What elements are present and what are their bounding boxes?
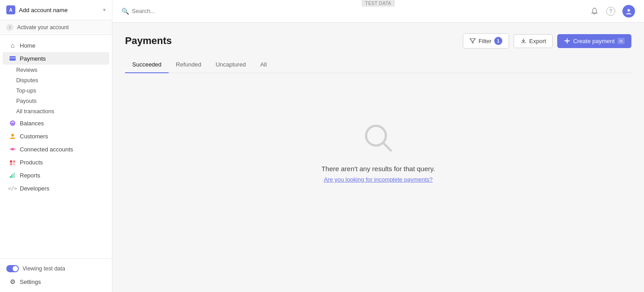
sidebar-item-all-transactions[interactable]: All transactions	[16, 106, 109, 116]
test-data-badge: TEST DATA	[362, 0, 395, 7]
account-switcher[interactable]: A Add account name ▾	[0, 0, 112, 20]
topups-label: Top-ups	[16, 88, 36, 94]
notifications-icon[interactable]	[590, 7, 599, 16]
all-transactions-label: All transactions	[16, 108, 54, 115]
toggle-knob	[13, 266, 18, 271]
tab-succeeded-label: Succeeded	[132, 61, 161, 68]
activate-icon: !	[6, 24, 13, 31]
filter-button[interactable]: Filter 1	[463, 33, 509, 49]
payouts-label: Payouts	[16, 98, 36, 104]
page-actions: Filter 1 Export Create payment n	[463, 33, 631, 49]
svg-point-6	[14, 148, 16, 150]
sidebar-item-reviews[interactable]: Reviews	[16, 65, 109, 75]
settings-icon: ⚙	[9, 278, 16, 285]
svg-rect-10	[10, 163, 12, 165]
search-icon: 🔍	[121, 8, 129, 15]
viewing-test-label: Viewing test data	[22, 265, 65, 272]
activate-label: Activate your account	[17, 24, 69, 31]
svg-rect-11	[13, 163, 15, 165]
export-icon	[520, 38, 527, 44]
sidebar-item-connected-accounts[interactable]: Connected accounts	[3, 143, 109, 155]
svg-point-16	[627, 9, 630, 12]
sidebar-nav: ⌂ Home Payments Reviews Disputes Top-ups	[0, 35, 112, 258]
svg-rect-14	[13, 173, 13, 178]
sidebar-item-customers[interactable]: Customers	[3, 130, 109, 142]
svg-rect-8	[10, 160, 12, 163]
sidebar-item-reports-label: Reports	[20, 172, 40, 179]
sidebar-item-settings[interactable]: ⚙ Settings	[3, 275, 109, 288]
sidebar-item-settings-label: Settings	[20, 279, 41, 285]
sidebar: A Add account name ▾ ! Activate your acc…	[0, 0, 112, 292]
account-name: Add account name	[19, 7, 99, 13]
developers-icon: </>	[9, 185, 16, 192]
tab-succeeded[interactable]: Succeeded	[125, 58, 169, 73]
tabs: Succeeded Refunded Uncaptured All	[125, 58, 631, 73]
avatar[interactable]	[622, 5, 635, 18]
sidebar-item-reports[interactable]: Reports	[3, 169, 109, 181]
sidebar-item-topups[interactable]: Top-ups	[16, 86, 109, 96]
search-input[interactable]	[132, 8, 279, 14]
home-icon: ⌂	[9, 42, 16, 49]
payments-sub-nav: Reviews Disputes Top-ups Payouts All tra…	[0, 65, 112, 116]
sidebar-item-home-label: Home	[20, 42, 36, 49]
empty-search-icon	[360, 120, 396, 156]
tab-uncaptured[interactable]: Uncaptured	[208, 58, 253, 73]
help-icon[interactable]: ?	[606, 7, 615, 16]
sidebar-item-customers-label: Customers	[20, 133, 48, 140]
sidebar-bottom: Viewing test data ⚙ Settings	[0, 258, 112, 292]
sidebar-item-connected-accounts-label: Connected accounts	[20, 146, 73, 153]
chevron-down-icon: ▾	[103, 7, 106, 13]
balances-icon	[9, 119, 16, 127]
page-title: Payments	[125, 35, 172, 47]
sidebar-item-payments[interactable]: Payments	[3, 52, 109, 65]
svg-line-18	[384, 143, 391, 150]
sidebar-item-balances-label: Balances	[20, 120, 44, 127]
create-payment-button[interactable]: Create payment n	[557, 34, 631, 48]
sidebar-item-developers-label: Developers	[20, 185, 49, 192]
svg-point-5	[9, 148, 11, 150]
test-data-toggle-switch[interactable]	[6, 265, 19, 272]
svg-point-3	[11, 134, 14, 137]
page-content: Payments Filter 1 Export	[112, 22, 644, 292]
tab-all-label: All	[260, 61, 267, 68]
disputes-label: Disputes	[16, 77, 38, 84]
export-button[interactable]: Export	[514, 34, 553, 48]
svg-rect-1	[9, 58, 16, 58]
activate-account-item[interactable]: ! Activate your account	[0, 20, 112, 35]
sidebar-item-products-label: Products	[20, 159, 43, 166]
sidebar-item-developers[interactable]: </> Developers	[3, 182, 109, 195]
tab-refunded[interactable]: Refunded	[169, 58, 208, 73]
sidebar-item-balances[interactable]: Balances	[3, 117, 109, 129]
topbar: TEST DATA 🔍 ?	[112, 0, 644, 22]
customers-icon	[9, 133, 16, 140]
svg-point-2	[10, 120, 15, 126]
connected-accounts-icon	[9, 146, 16, 153]
main-content: TEST DATA 🔍 ? Payments	[112, 0, 644, 292]
payments-icon	[9, 55, 16, 62]
empty-state: There aren't any results for that query.…	[125, 84, 631, 219]
filter-count-badge: 1	[494, 37, 502, 45]
sidebar-item-products[interactable]: Products	[3, 156, 109, 168]
topbar-actions: ?	[590, 5, 635, 18]
account-icon: A	[6, 5, 15, 14]
sidebar-item-home[interactable]: ⌂ Home	[3, 39, 109, 52]
svg-rect-9	[13, 160, 15, 163]
tab-all[interactable]: All	[253, 58, 274, 73]
incomplete-payments-link[interactable]: Are you looking for incomplete payments?	[324, 176, 433, 183]
filter-label: Filter	[479, 38, 492, 44]
viewing-test-data-toggle[interactable]: Viewing test data	[0, 262, 112, 275]
create-payment-shortcut: n	[617, 38, 625, 44]
reports-icon	[9, 172, 16, 179]
sidebar-item-payouts[interactable]: Payouts	[16, 96, 109, 106]
sidebar-item-payments-label: Payments	[20, 55, 46, 62]
sidebar-item-disputes[interactable]: Disputes	[16, 75, 109, 85]
empty-title: There aren't any results for that query.	[322, 165, 435, 173]
tab-uncaptured-label: Uncaptured	[215, 61, 246, 68]
page-header: Payments Filter 1 Export	[125, 33, 631, 49]
search-box[interactable]: 🔍	[121, 8, 279, 15]
svg-rect-15	[14, 173, 15, 178]
products-icon	[9, 159, 16, 166]
tab-refunded-label: Refunded	[176, 61, 201, 68]
svg-rect-13	[11, 175, 12, 178]
filter-icon	[470, 38, 476, 44]
